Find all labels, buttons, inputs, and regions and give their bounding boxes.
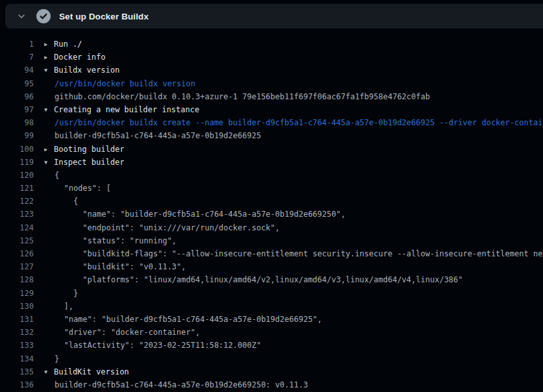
- log-group-header[interactable]: ▼BuildKit version: [44, 365, 129, 378]
- log-output-text: }: [44, 352, 59, 365]
- log-group-header[interactable]: ▼Creating a new builder instance: [44, 103, 199, 116]
- check-circle-icon: [36, 9, 51, 23]
- log-line: 136builder-d9cfb5a1-c764-445a-a57e-0b19d…: [0, 378, 543, 391]
- group-expanded-icon[interactable]: ▼: [44, 156, 54, 169]
- log-line: 120{: [0, 169, 543, 182]
- log-line: 7▶Docker info: [0, 51, 543, 64]
- log-line: 98/usr/bin/docker buildx create --name b…: [0, 116, 543, 129]
- log-command-text: /usr/bin/docker buildx version: [44, 77, 196, 90]
- log-group-header[interactable]: ▼Inspect builder: [44, 156, 124, 169]
- log-output-text: builder-d9cfb5a1-c764-445a-a57e-0b19d2e6…: [44, 378, 308, 391]
- group-title: Docker info: [54, 53, 105, 62]
- line-number[interactable]: 98: [0, 116, 34, 129]
- group-expanded-icon[interactable]: ▼: [44, 103, 54, 116]
- log-line: 123 "name": "builder-d9cfb5a1-c764-445a-…: [0, 208, 543, 221]
- log-line: 97▼Creating a new builder instance: [0, 103, 543, 116]
- log-line: 96github.com/docker/buildx 0.10.3+azure-…: [0, 90, 543, 103]
- log-output-text: "name": "builder-d9cfb5a1-c764-445a-a57e…: [44, 313, 322, 326]
- log-line: 126 "buildkitd-flags": "--allow-insecure…: [0, 247, 543, 260]
- line-number[interactable]: 136: [0, 378, 34, 391]
- log-output-text: "lastActivity": "2023-02-25T11:58:12.000…: [44, 339, 261, 352]
- group-title: BuildKit version: [54, 367, 129, 376]
- log-output-text: "name": "builder-d9cfb5a1-c764-445a-a57e…: [44, 208, 346, 221]
- log-line: 121 "nodes": [: [0, 182, 543, 195]
- line-number[interactable]: 96: [0, 90, 34, 103]
- log-line: 135▼BuildKit version: [0, 365, 543, 378]
- log-output-text: {: [44, 195, 78, 208]
- step-title: Set up Docker Buildx: [59, 12, 149, 21]
- line-number[interactable]: 135: [0, 365, 34, 378]
- line-number[interactable]: 94: [0, 64, 34, 77]
- log-group-header[interactable]: ▶Booting builder: [44, 143, 124, 156]
- log-line: 122 {: [0, 195, 543, 208]
- line-number[interactable]: 121: [0, 182, 34, 195]
- line-number[interactable]: 100: [0, 143, 34, 156]
- line-number[interactable]: 134: [0, 352, 34, 365]
- log-output-text: "nodes": [: [44, 182, 111, 195]
- line-number[interactable]: 126: [0, 247, 34, 260]
- log-output-text: "endpoint": "unix:///var/run/docker.sock…: [44, 221, 280, 234]
- line-number[interactable]: 95: [0, 77, 34, 90]
- log-output-text: }: [44, 287, 78, 300]
- line-number[interactable]: 119: [0, 156, 34, 169]
- log-line: 99builder-d9cfb5a1-c764-445a-a57e-0b19d2…: [0, 129, 543, 142]
- line-number[interactable]: 125: [0, 234, 34, 247]
- log-output-text: "driver": "docker-container",: [44, 326, 200, 339]
- line-number[interactable]: 120: [0, 169, 34, 182]
- chevron-down-icon[interactable]: [14, 8, 29, 24]
- line-number[interactable]: 124: [0, 221, 34, 234]
- group-expanded-icon[interactable]: ▼: [44, 365, 54, 378]
- line-number[interactable]: 123: [0, 208, 34, 221]
- line-number[interactable]: 97: [0, 103, 34, 116]
- line-number[interactable]: 99: [0, 129, 34, 142]
- log-line: 125 "status": "running",: [0, 234, 543, 247]
- line-number[interactable]: 127: [0, 260, 34, 273]
- group-collapsed-icon[interactable]: ▶: [44, 38, 54, 51]
- step-header[interactable]: Set up Docker Buildx: [5, 4, 543, 29]
- line-number[interactable]: 131: [0, 313, 34, 326]
- log-group-header[interactable]: ▶Run ./: [44, 38, 82, 51]
- group-title: Booting builder: [54, 145, 124, 154]
- line-number[interactable]: 130: [0, 300, 34, 313]
- line-number[interactable]: 129: [0, 287, 34, 300]
- log-line: 129 }: [0, 287, 543, 300]
- line-number[interactable]: 133: [0, 339, 34, 352]
- log-command-text: /usr/bin/docker buildx create --name bui…: [44, 116, 543, 129]
- log-line: 132 "driver": "docker-container",: [0, 326, 543, 339]
- log-output-text: {: [44, 169, 59, 182]
- log-line: 127 "buildkit": "v0.11.3",: [0, 260, 543, 273]
- line-number[interactable]: 7: [0, 51, 34, 64]
- group-title: Run ./: [54, 40, 82, 49]
- log-line: 95/usr/bin/docker buildx version: [0, 77, 543, 90]
- log-output-text: github.com/docker/buildx 0.10.3+azure-1 …: [44, 90, 430, 103]
- line-number[interactable]: 128: [0, 273, 34, 286]
- group-title: Creating a new builder instance: [54, 105, 199, 114]
- line-number[interactable]: 122: [0, 195, 34, 208]
- group-expanded-icon[interactable]: ▼: [44, 64, 54, 77]
- log-line: 130 ],: [0, 300, 543, 313]
- log-group-header[interactable]: ▶Docker info: [44, 51, 105, 64]
- log-line: 100▶Booting builder: [0, 143, 543, 156]
- log-line: 119▼Inspect builder: [0, 156, 543, 169]
- group-collapsed-icon[interactable]: ▶: [44, 51, 54, 64]
- group-title: Buildx version: [54, 66, 120, 75]
- log-line: 128 "platforms": "linux/amd64,linux/amd6…: [0, 273, 543, 286]
- log-line: 134}: [0, 352, 543, 365]
- log-output-text: "platforms": "linux/amd64,linux/amd64/v2…: [44, 273, 463, 286]
- log-group-header[interactable]: ▼Buildx version: [44, 64, 120, 77]
- log-output-text: "status": "running",: [44, 234, 177, 247]
- line-number[interactable]: 1: [0, 38, 34, 51]
- log-line: 1▶Run ./: [0, 38, 543, 51]
- group-collapsed-icon[interactable]: ▶: [44, 143, 54, 156]
- log-output-text: "buildkitd-flags": "--allow-insecure-ent…: [44, 247, 543, 260]
- group-title: Inspect builder: [54, 158, 124, 167]
- log-lines: 1▶Run ./7▶Docker info94▼Buildx version95…: [0, 29, 543, 391]
- log-line: 133 "lastActivity": "2023-02-25T11:58:12…: [0, 339, 543, 352]
- log-line: 124 "endpoint": "unix:///var/run/docker.…: [0, 221, 543, 234]
- log-line: 131 "name": "builder-d9cfb5a1-c764-445a-…: [0, 313, 543, 326]
- line-number[interactable]: 132: [0, 326, 34, 339]
- log-output-text: ],: [44, 300, 73, 313]
- log-output-text: builder-d9cfb5a1-c764-445a-a57e-0b19d2e6…: [44, 129, 261, 142]
- log-line: 94▼Buildx version: [0, 64, 543, 77]
- log-output-text: "buildkit": "v0.11.3",: [44, 260, 186, 273]
